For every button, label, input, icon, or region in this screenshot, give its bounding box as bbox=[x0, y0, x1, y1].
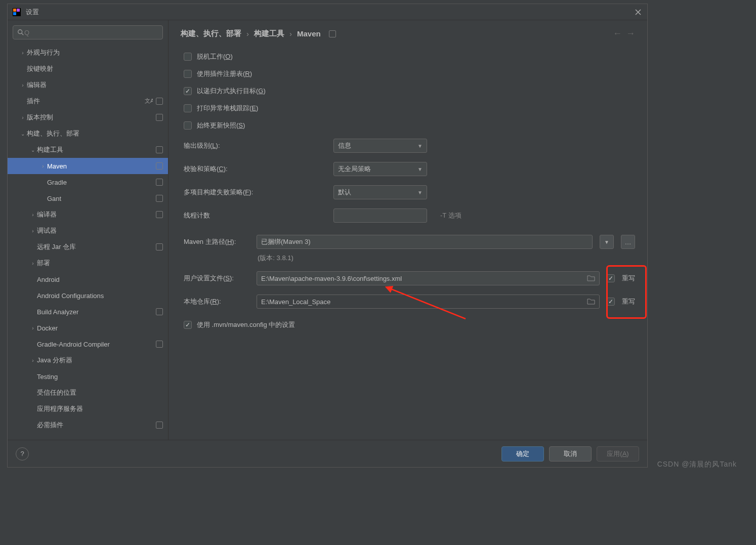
window-title: 设置 bbox=[26, 8, 39, 17]
sidebar-item[interactable]: ›Docker bbox=[8, 320, 168, 336]
sidebar-item[interactable]: ›编辑器 bbox=[8, 77, 168, 93]
folder-icon[interactable] bbox=[587, 298, 595, 305]
sidebar-item[interactable]: ›调试器 bbox=[8, 223, 168, 239]
sidebar-item-label: 编译器 bbox=[37, 210, 153, 219]
project-marker-icon bbox=[156, 162, 163, 170]
sidebar-item[interactable]: 插件文A bbox=[8, 93, 168, 109]
sidebar-item[interactable]: ›外观与行为 bbox=[8, 45, 168, 61]
user-settings-input[interactable]: E:\Maven\apache-maven-3.9.6\conf\setting… bbox=[257, 271, 600, 285]
sidebar-item[interactable]: ⌄构建、执行、部署 bbox=[8, 125, 168, 142]
project-marker-icon bbox=[329, 30, 336, 37]
project-marker-icon bbox=[156, 146, 163, 153]
tree-arrow-icon: › bbox=[39, 163, 47, 169]
footer: ? 确定 取消 应用(A) bbox=[8, 440, 647, 467]
ok-button[interactable]: 确定 bbox=[501, 446, 544, 462]
cancel-button[interactable]: 取消 bbox=[549, 446, 592, 462]
sidebar-item[interactable]: Android Configurations bbox=[8, 287, 168, 304]
chevron-down-icon: ▼ bbox=[604, 239, 609, 245]
sidebar: ›外观与行为按键映射›编辑器插件文A›版本控制⌄构建、执行、部署⌄构建工具›Ma… bbox=[8, 20, 169, 440]
sidebar-item[interactable]: Gant bbox=[8, 190, 168, 206]
settings-tree[interactable]: ›外观与行为按键映射›编辑器插件文A›版本控制⌄构建、执行、部署⌄构建工具›Ma… bbox=[8, 45, 168, 440]
sidebar-item-label: 插件 bbox=[27, 97, 145, 106]
folder-icon[interactable] bbox=[587, 275, 595, 282]
sidebar-item-label: 远程 Jar 仓库 bbox=[37, 242, 153, 251]
sidebar-item[interactable]: ›Java 分析器 bbox=[8, 352, 168, 368]
project-marker-icon bbox=[156, 341, 163, 348]
help-button[interactable]: ? bbox=[16, 447, 29, 460]
sidebar-item[interactable]: 远程 Jar 仓库 bbox=[8, 239, 168, 255]
sidebar-item-label: Java 分析器 bbox=[37, 356, 163, 365]
breadcrumb-l1[interactable]: 构建工具 bbox=[254, 29, 284, 38]
sidebar-item[interactable]: Testing bbox=[8, 368, 168, 385]
tree-arrow-icon: › bbox=[29, 261, 37, 266]
sidebar-item[interactable]: ›版本控制 bbox=[8, 109, 168, 125]
main-panel: 构建、执行、部署 › 构建工具 › Maven ← → 脱机工作(O) 使 bbox=[169, 20, 647, 440]
sidebar-item[interactable]: ›编译器 bbox=[8, 206, 168, 223]
maven-home-combo[interactable]: 已捆绑(Maven 3) bbox=[257, 235, 593, 249]
project-marker-icon bbox=[156, 195, 163, 202]
search-input[interactable] bbox=[24, 29, 158, 36]
sidebar-item[interactable]: Gradle bbox=[8, 174, 168, 190]
breadcrumb-sep: › bbox=[289, 29, 292, 38]
tree-arrow-icon: › bbox=[29, 325, 37, 331]
breadcrumb-l0[interactable]: 构建、执行、部署 bbox=[181, 29, 241, 38]
svg-rect-1 bbox=[13, 9, 16, 12]
sidebar-item-label: 外观与行为 bbox=[27, 48, 163, 57]
sidebar-item-label: Testing bbox=[37, 373, 163, 381]
maven-home-browse-button[interactable]: … bbox=[621, 235, 635, 249]
sidebar-item-label: 编辑器 bbox=[27, 80, 163, 90]
sidebar-item[interactable]: 必需插件 bbox=[8, 417, 168, 433]
project-marker-icon bbox=[156, 179, 163, 186]
sidebar-item-label: 部署 bbox=[37, 259, 163, 268]
svg-rect-2 bbox=[17, 9, 20, 12]
local-repo-input[interactable]: E:\Maven_Local_Space bbox=[257, 295, 600, 309]
titlebar: 设置 bbox=[8, 4, 647, 20]
search-box[interactable] bbox=[13, 25, 163, 39]
user-settings-overwrite-checkbox[interactable] bbox=[607, 274, 615, 282]
sidebar-item[interactable]: Build Analyzer bbox=[8, 304, 168, 320]
project-marker-icon bbox=[156, 308, 163, 315]
nav-forward-icon[interactable]: → bbox=[626, 28, 635, 39]
sidebar-item[interactable]: 受信任的位置 bbox=[8, 385, 168, 401]
registry-label: 使用插件注册表(R) bbox=[197, 69, 252, 78]
mvnconfig-checkbox[interactable] bbox=[184, 321, 192, 329]
watermark: CSDN @清晨的风Tank bbox=[657, 460, 737, 469]
app-logo-icon bbox=[13, 8, 21, 16]
thread-count-input[interactable] bbox=[333, 208, 427, 223]
checksum-dropdown[interactable]: 无全局策略 ▼ bbox=[333, 162, 427, 176]
offline-checkbox[interactable] bbox=[184, 53, 192, 61]
local-repo-overwrite-checkbox[interactable] bbox=[607, 298, 615, 306]
checksum-label: 校验和策略(C): bbox=[184, 164, 325, 174]
user-settings-label: 用户设置文件(S): bbox=[184, 274, 249, 283]
sidebar-item[interactable]: 应用程序服务器 bbox=[8, 401, 168, 417]
sidebar-item-label: 调试器 bbox=[37, 226, 163, 235]
thread-count-label: 线程计数 bbox=[184, 211, 325, 220]
sidebar-item[interactable]: Gradle-Android Compiler bbox=[8, 336, 168, 352]
language-icon: 文A bbox=[145, 97, 153, 106]
ellipsis-icon: … bbox=[625, 238, 632, 246]
sidebar-item[interactable]: ›Maven bbox=[8, 158, 168, 174]
sidebar-item[interactable]: ⌄构建工具 bbox=[8, 142, 168, 158]
nav-back-icon[interactable]: ← bbox=[613, 28, 622, 39]
output-level-dropdown[interactable]: 信息 ▼ bbox=[333, 139, 427, 153]
sidebar-item-label: Maven bbox=[47, 162, 153, 170]
fail-policy-dropdown[interactable]: 默认 ▼ bbox=[333, 185, 427, 199]
snapshot-checkbox[interactable] bbox=[184, 121, 192, 130]
fail-policy-label: 多项目构建失败策略(F): bbox=[184, 188, 325, 197]
trace-label: 打印异常堆栈跟踪(E) bbox=[197, 104, 258, 113]
sidebar-item[interactable]: ›部署 bbox=[8, 255, 168, 271]
sidebar-item[interactable]: Android bbox=[8, 271, 168, 287]
close-icon[interactable] bbox=[634, 8, 642, 16]
recursive-label: 以递归方式执行目标(G) bbox=[197, 87, 266, 96]
registry-checkbox[interactable] bbox=[184, 70, 192, 78]
sidebar-item-label: 应用程序服务器 bbox=[37, 404, 163, 413]
chevron-down-icon: ▼ bbox=[417, 190, 423, 195]
local-repo-label: 本地仓库(R): bbox=[184, 297, 249, 306]
maven-home-dropdown-button[interactable]: ▼ bbox=[600, 235, 614, 249]
tree-arrow-icon: › bbox=[29, 358, 37, 363]
tree-arrow-icon: ⌄ bbox=[29, 147, 37, 153]
trace-checkbox[interactable] bbox=[184, 104, 192, 112]
recursive-checkbox[interactable] bbox=[184, 87, 192, 95]
tree-arrow-icon: ⌄ bbox=[19, 131, 27, 137]
sidebar-item[interactable]: 按键映射 bbox=[8, 61, 168, 77]
